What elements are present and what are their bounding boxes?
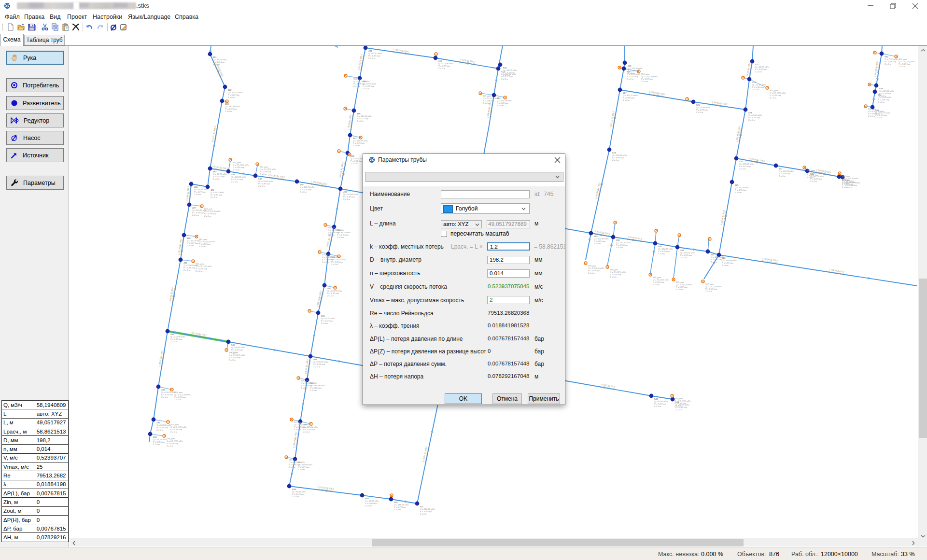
svg-text:Z = 0 м: Z = 0 м	[303, 431, 310, 433]
svg-text:Z = 0 м: Z = 0 м	[752, 88, 759, 91]
svg-text:Z = 0 м: Z = 0 м	[368, 57, 375, 59]
svg-text:Z = 0 м: Z = 0 м	[612, 159, 619, 161]
svg-text:Z = 0 м: Z = 0 м	[292, 495, 299, 498]
svg-text:Z = 0 м: Z = 0 м	[394, 508, 401, 511]
svg-text:Z = 0 м: Z = 0 м	[187, 244, 194, 247]
svg-text:Z = 0 м: Z = 0 м	[225, 110, 232, 112]
svg-text:Z = 0 м: Z = 0 м	[497, 104, 504, 107]
svg-text:Z = 0 м: Z = 0 м	[337, 236, 344, 238]
svg-text:Z = 0 м: Z = 0 м	[807, 176, 814, 179]
svg-text:Z = 0 м: Z = 0 м	[739, 168, 746, 170]
svg-text:Z = 0 м: Z = 0 м	[868, 115, 875, 117]
svg-text:Z = 0 м: Z = 0 м	[357, 120, 364, 122]
svg-text:Z = 0 м: Z = 0 м	[310, 389, 317, 392]
svg-text:Z = 0 м: Z = 0 м	[192, 214, 199, 216]
svg-text:Z = 0 м: Z = 0 м	[845, 186, 852, 189]
svg-text:Z = 0 м: Z = 0 м	[623, 99, 630, 101]
svg-text:Z = 0 м: Z = 0 м	[674, 405, 681, 407]
svg-text:Z = 0 м: Z = 0 м	[501, 78, 508, 80]
svg-text:Z = 0 м: Z = 0 м	[231, 181, 238, 183]
svg-text:Z = 0 м: Z = 0 м	[675, 408, 682, 411]
svg-text:Z = 0 м: Z = 0 м	[627, 78, 633, 80]
svg-text:Z = 0 м: Z = 0 м	[170, 340, 177, 343]
svg-text:Z = 0 м: Z = 0 м	[167, 445, 173, 447]
svg-text:Z = 0 м: Z = 0 м	[653, 283, 660, 286]
svg-text:Z = 0 м: Z = 0 м	[885, 63, 891, 65]
svg-text:Z = 0 м: Z = 0 м	[199, 245, 206, 248]
svg-text:Z = 0 м: Z = 0 м	[363, 87, 369, 90]
svg-text:Z = 0 м: Z = 0 м	[503, 74, 510, 76]
svg-text:Z = 0 м: Z = 0 м	[641, 80, 648, 83]
svg-text:Z = 0 м: Z = 0 м	[594, 242, 601, 245]
svg-text:Z = 0 м: Z = 0 м	[204, 215, 211, 217]
svg-text:Z = 0 м: Z = 0 м	[770, 97, 776, 99]
svg-text:Z = 0 м: Z = 0 м	[351, 162, 357, 165]
svg-text:Z = 0 м: Z = 0 м	[680, 256, 687, 259]
svg-text:Z = 0 м: Z = 0 м	[588, 272, 595, 274]
svg-text:Z = 0 м: Z = 0 м	[229, 359, 236, 361]
svg-text:Z = 0 м: Z = 0 м	[196, 270, 202, 272]
svg-text:Z = 0 м: Z = 0 м	[327, 294, 334, 297]
svg-text:Z = 0 м: Z = 0 м	[156, 429, 163, 431]
svg-text:Z = 0 м: Z = 0 м	[260, 173, 267, 175]
svg-text:Z = 0 м: Z = 0 м	[233, 168, 239, 171]
svg-text:Z = 0 м: Z = 0 м	[616, 246, 623, 249]
svg-text:Z = 0 м: Z = 0 м	[331, 263, 338, 266]
svg-text:Z = 0 м: Z = 0 м	[438, 67, 445, 70]
svg-text:Z = 0 м: Z = 0 м	[610, 276, 617, 278]
svg-text:Z = 0 м: Z = 0 м	[322, 261, 329, 263]
svg-text:Z = 0 м: Z = 0 м	[298, 468, 305, 471]
svg-text:Z = 0 м: Z = 0 м	[170, 431, 177, 433]
svg-text:Z = 0 м: Z = 0 м	[722, 264, 729, 266]
svg-text:Z = 0 м: Z = 0 м	[228, 96, 235, 98]
svg-text:Z = 0 м: Z = 0 м	[294, 428, 301, 431]
svg-text:Z = 0 м: Z = 0 м	[353, 144, 360, 147]
svg-text:Z = 0 м: Z = 0 м	[300, 191, 307, 193]
svg-text:Z = 0 м: Z = 0 м	[875, 116, 882, 119]
svg-text:Z = 0 м: Z = 0 м	[420, 513, 427, 515]
svg-text:Z = 0 м: Z = 0 м	[301, 387, 308, 389]
svg-text:Z = 0 м: Z = 0 м	[161, 396, 168, 398]
svg-text:Z = 0 м: Z = 0 м	[676, 288, 683, 291]
svg-text:Z = 0 м: Z = 0 м	[289, 466, 295, 468]
svg-text:Z = 0 м: Z = 0 м	[194, 193, 201, 196]
svg-text:Z = 0 м: Z = 0 м	[153, 443, 160, 446]
svg-text:Z = 0 м: Z = 0 м	[696, 111, 703, 113]
svg-text:Z = 0 м: Z = 0 м	[654, 405, 661, 407]
svg-text:Z = 0 м: Z = 0 м	[705, 290, 712, 293]
svg-text:Z = 0 м: Z = 0 м	[211, 196, 217, 198]
svg-text:Z = 0 м: Z = 0 м	[810, 180, 817, 182]
svg-text:Z = 0 м: Z = 0 м	[353, 85, 360, 87]
svg-text:Z = 0 м: Z = 0 м	[258, 185, 265, 187]
svg-text:Z = 0 м: Z = 0 м	[735, 191, 742, 194]
svg-text:Z = 0 м: Z = 0 м	[842, 182, 849, 184]
svg-text:Z = 0 м: Z = 0 м	[755, 70, 762, 73]
svg-text:Z = 0 м: Z = 0 м	[779, 175, 786, 177]
svg-text:Z = 0 м: Z = 0 м	[365, 504, 372, 507]
svg-text:Z = 0 м: Z = 0 м	[711, 261, 717, 263]
svg-text:Z = 0 м: Z = 0 м	[313, 365, 320, 368]
svg-text:Z = 0 м: Z = 0 м	[183, 269, 190, 271]
svg-text:Z = 0 м: Z = 0 м	[321, 322, 328, 324]
svg-text:Z = 0 м: Z = 0 м	[658, 252, 665, 255]
svg-text:Z = 0 м: Z = 0 м	[899, 65, 905, 68]
svg-text:Z = 0 м: Z = 0 м	[174, 398, 181, 401]
svg-text:Z = 0 м: Z = 0 м	[878, 101, 885, 103]
svg-text:Z = 0 м: Z = 0 м	[748, 119, 755, 121]
svg-text:Z = 0 м: Z = 0 м	[343, 198, 350, 200]
svg-text:Z = 0 м: Z = 0 м	[213, 178, 220, 180]
